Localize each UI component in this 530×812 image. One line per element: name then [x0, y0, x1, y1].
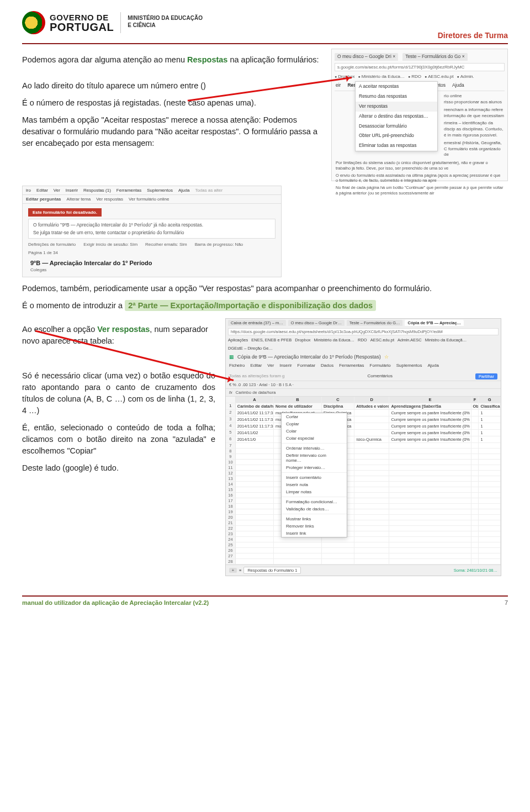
- fx-value[interactable]: Carimbo de data/hora: [236, 390, 276, 395]
- context-menu-item[interactable]: Cortar: [282, 413, 347, 420]
- menu-item[interactable]: iro: [26, 188, 31, 193]
- context-menu-item[interactable]: Colar: [282, 428, 347, 435]
- menu-item[interactable]: Ferramentas: [339, 363, 364, 368]
- menu-item[interactable]: Ajuda: [427, 363, 438, 368]
- cell[interactable]: [354, 416, 389, 423]
- dropdown-item-aceitar[interactable]: A aceitar respostas: [356, 82, 437, 92]
- format-toolbar[interactable]: € % .0 .00 123 · Arial · 10 · B I S A ·: [226, 381, 501, 389]
- menu-item[interactable]: Suplementos: [396, 363, 422, 368]
- context-menu-item[interactable]: Inserir comentário: [282, 474, 347, 481]
- bookmark-link[interactable]: RDO: [408, 73, 421, 80]
- all-sheets-button[interactable]: ≡: [239, 568, 241, 573]
- bookmark-link[interactable]: Ministério da Educa…: [358, 73, 405, 80]
- menu-item[interactable]: Respostas (1): [83, 188, 111, 193]
- cell[interactable]: 1: [479, 436, 501, 442]
- context-menu-item[interactable]: Limpar notas: [282, 488, 347, 495]
- dropdown-item[interactable]: Eliminar todas as respostas: [356, 141, 437, 151]
- bookmark-link[interactable]: Aplicações: [228, 338, 248, 342]
- context-menu-item[interactable]: Formatação condicional…: [282, 498, 347, 505]
- cell[interactable]: 2014/11/02 11:17:36: [236, 410, 274, 416]
- cell[interactable]: Cumpre sempre os parâm Insuficiente (0% …: [389, 430, 471, 436]
- tb-item[interactable]: Alterar tema: [67, 197, 91, 202]
- dropdown-item[interactable]: Resumo das respostas: [356, 92, 437, 102]
- context-menu-item[interactable]: Proteger intervalo…: [282, 464, 347, 471]
- bookmark-link[interactable]: Admin.AESC: [398, 338, 422, 342]
- cell[interactable]: 1: [479, 423, 501, 429]
- cell[interactable]: [471, 423, 479, 429]
- cell[interactable]: [471, 410, 479, 416]
- bookmark-link[interactable]: Admin.: [457, 73, 474, 80]
- cell[interactable]: 2014/11/02 11:17:36: [236, 423, 274, 429]
- dropdown-item[interactable]: Desassociar formulário: [356, 122, 437, 131]
- cell[interactable]: 2014/11/02 11:17:36: [236, 416, 274, 423]
- browser-tab[interactable]: O meu disco – Google Dri ×: [335, 53, 398, 61]
- share-button[interactable]: Partilhar: [475, 373, 497, 379]
- cell[interactable]: 1: [479, 416, 501, 423]
- comments-button[interactable]: Comentários: [368, 373, 393, 379]
- cell[interactable]: 1: [479, 430, 501, 436]
- cell[interactable]: [471, 436, 479, 442]
- menu-item[interactable]: Formulário: [370, 363, 391, 368]
- menu-item[interactable]: Editar: [36, 188, 48, 193]
- bookmark-link[interactable]: Dropbox: [295, 338, 310, 342]
- browser-tab[interactable]: Caixa de entrada (37) – m…: [228, 320, 286, 326]
- col-header[interactable]: C: [322, 397, 354, 403]
- star-icon[interactable]: ☆: [384, 354, 389, 360]
- spreadsheet-grid[interactable]: A B C D E F G 1 Carimbo de data/hora Nom…: [226, 397, 501, 565]
- context-menu-item[interactable]: Inserir nota: [282, 481, 347, 488]
- cell[interactable]: [354, 423, 389, 429]
- tb-item[interactable]: Ver formulário online: [129, 197, 169, 202]
- tb-item[interactable]: Editar perguntas: [26, 197, 61, 202]
- cell[interactable]: [354, 430, 389, 436]
- browser-tab-active[interactable]: Cópia de 9ºB — Apreciaç…: [405, 320, 464, 326]
- menu-item[interactable]: Ver: [54, 188, 60, 193]
- menu-item[interactable]: Inserir: [279, 363, 292, 368]
- cell[interactable]: [471, 430, 479, 436]
- cell[interactable]: 2014/11/02: [236, 430, 274, 436]
- sheet-tab[interactable]: Respostas do Formulário 1: [243, 567, 301, 574]
- col-header[interactable]: E: [389, 397, 471, 403]
- bookmark-link[interactable]: ENES, ENEB e PFEB: [251, 338, 292, 342]
- url-bar[interactable]: s.google.com/a/aesc.edu.pt/forms/d/1ZT90…: [335, 63, 505, 71]
- dropdown-item[interactable]: Alterar o destino das respostas…: [356, 112, 437, 122]
- menu-item[interactable]: Formatar: [298, 363, 315, 368]
- browser-tab[interactable]: O meu disco – Google Dr…: [288, 320, 344, 326]
- cell[interactable]: 1: [479, 410, 501, 416]
- menu-item[interactable]: Ferramentas: [116, 188, 141, 193]
- context-menu-item[interactable]: Inserir link: [282, 530, 347, 537]
- cell[interactable]: Cumpre sempre os parâm Insuficiente (0% …: [389, 410, 471, 416]
- context-menu-item[interactable]: Validação de dados…: [282, 505, 347, 513]
- cell[interactable]: 2014/11/0: [236, 436, 274, 442]
- col-header[interactable]: G: [479, 397, 501, 403]
- col-header[interactable]: D: [354, 397, 389, 403]
- context-menu-item[interactable]: Colar especial: [282, 435, 347, 442]
- menu-item[interactable]: Suplementos: [147, 188, 173, 193]
- menu-item[interactable]: Ver: [267, 363, 274, 368]
- cell[interactable]: [354, 410, 389, 416]
- spreadsheet-title[interactable]: Cópia de 9ºB — Apreciação Intercalar do …: [237, 354, 381, 360]
- col-header[interactable]: B: [274, 397, 322, 403]
- browser-tab[interactable]: Teste – Formulários do G…: [347, 320, 403, 326]
- cell[interactable]: [471, 416, 479, 423]
- menu-item[interactable]: Ajuda: [178, 188, 189, 193]
- form-settings-toggle[interactable]: Definições de formulário: [28, 242, 76, 247]
- bookmark-link[interactable]: Ministério da Educa…: [314, 338, 354, 342]
- cell[interactable]: Cumpre sempre os parâm Insuficiente (0% …: [389, 416, 471, 423]
- context-menu-item[interactable]: Mostrar links: [282, 515, 347, 523]
- menu-item[interactable]: Inserir: [66, 188, 78, 193]
- bookmark-link[interactable]: AESC.edu.pt: [425, 73, 453, 80]
- menu-item[interactable]: Ficheiro: [229, 363, 245, 368]
- context-menu-item[interactable]: Copiar: [282, 420, 347, 428]
- bookmark-link[interactable]: AESC.edu.pt: [370, 338, 394, 342]
- menu-item[interactable]: Editar: [250, 363, 262, 368]
- context-menu-item[interactable]: Ordenar intervalo…: [282, 445, 347, 452]
- cell[interactable]: Cumpre sempre os parâm Insuficiente (0% …: [389, 436, 471, 442]
- col-header[interactable]: F: [471, 397, 479, 403]
- bookmark-link[interactable]: Dropbox: [335, 73, 354, 80]
- menu-item[interactable]: Dados: [321, 363, 333, 368]
- menu-item[interactable]: eir: [336, 82, 341, 89]
- dropdown-item-ver-respostas[interactable]: Ver respostas: [356, 102, 437, 112]
- menu-item[interactable]: Ajuda: [452, 82, 464, 89]
- cell[interactable]: Cumpre sempre os parâm Insuficiente (0% …: [389, 423, 471, 429]
- browser-tab[interactable]: Teste – Formulários do Go ×: [402, 53, 467, 61]
